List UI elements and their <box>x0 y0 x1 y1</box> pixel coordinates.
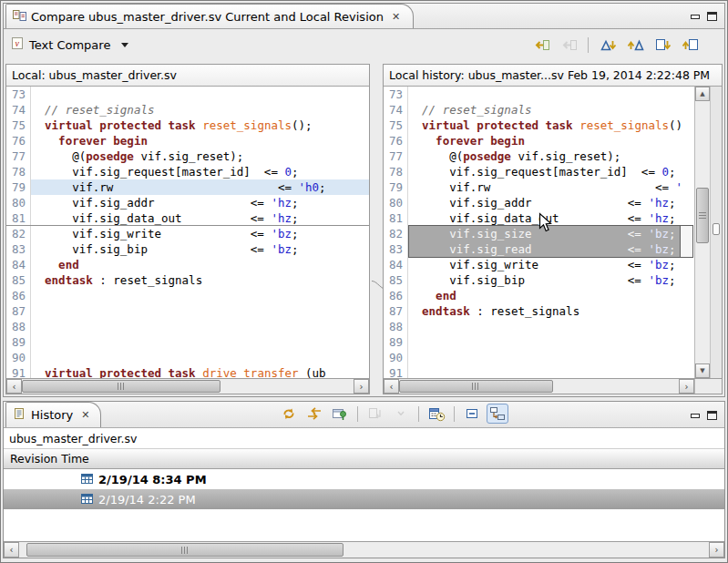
history-line-number-ruler: 73747576777879808182838485868788899091 <box>384 87 408 378</box>
overview-ruler[interactable] <box>710 87 722 378</box>
code-line[interactable]: vif.rw <= 'h0; <box>408 179 681 195</box>
dropdown-chevron-icon <box>390 404 412 424</box>
copy-current-change-right-to-left-icon[interactable] <box>530 35 552 55</box>
line-number: 86 <box>6 288 26 303</box>
tab-close-icon[interactable]: ✕ <box>392 11 400 23</box>
compare-editor-tab[interactable]: Compare ubus_master_driver.sv Current an… <box>5 4 414 28</box>
overview-diff-marker[interactable] <box>713 223 720 235</box>
code-line[interactable]: virtual protected task reset_signals(); <box>408 118 681 133</box>
line-number: 76 <box>6 133 26 148</box>
history-view-part: History ✕ ubus_master_driver.sv Revision… <box>3 401 725 558</box>
editor-tabbar: Compare ubus_master_driver.sv Current an… <box>4 4 724 29</box>
code-line[interactable]: vif.sig_data_out <= 'hz; <box>31 210 369 226</box>
code-line[interactable]: virtual protected task drive_transfer (u… <box>31 365 369 378</box>
scroll-left-icon[interactable]: ‹ <box>384 379 399 394</box>
code-line[interactable]: vif.sig_data_out <= 'hz; <box>408 210 681 226</box>
vertical-scrollbar[interactable]: ▲ ▼ <box>694 87 710 378</box>
code-line[interactable] <box>31 303 369 319</box>
code-line[interactable]: vif.sig_addr <= 'hz; <box>408 195 681 210</box>
line-number: 89 <box>6 334 26 350</box>
code-line[interactable] <box>31 334 369 350</box>
code-line[interactable]: @(posedge vif.sig_reset); <box>31 148 369 164</box>
scrollbar-thumb[interactable] <box>399 380 553 393</box>
group-by-date-icon[interactable] <box>426 404 447 424</box>
line-number: 84 <box>384 257 403 272</box>
toolbar-separator <box>454 406 455 422</box>
scroll-right-icon[interactable]: › <box>709 542 724 558</box>
pin-view-icon[interactable] <box>329 404 351 424</box>
code-line[interactable] <box>408 334 681 350</box>
scroll-right-icon[interactable]: › <box>354 379 369 394</box>
code-line[interactable]: end <box>408 288 681 303</box>
toolbar-separator <box>357 406 358 422</box>
maximize-button[interactable] <box>707 411 717 420</box>
scroll-down-icon[interactable]: ▼ <box>695 363 710 378</box>
revision-row[interactable]: 2/19/14 8:34 PM <box>4 469 724 489</box>
code-line[interactable]: endtask : reset_signals <box>31 272 369 288</box>
revision-row[interactable]: 2/19/14 2:22 PM <box>4 489 724 509</box>
refresh-icon[interactable] <box>278 404 300 424</box>
code-line[interactable] <box>408 365 681 378</box>
code-line[interactable]: // reset_signals <box>408 102 681 118</box>
scrollbar-thumb[interactable] <box>26 543 343 557</box>
code-line[interactable]: vif.sig_bip <= 'bz; <box>31 241 369 257</box>
minimize-button[interactable] <box>691 15 700 19</box>
code-line[interactable]: vif.sig_request[master_id] <= 0; <box>408 164 681 179</box>
code-line[interactable]: vif.rw <= 'h0; <box>31 179 369 195</box>
code-line[interactable] <box>408 350 681 365</box>
viewer-mode-selector[interactable]: v Text Compare <box>11 36 128 53</box>
line-number: 80 <box>6 195 26 210</box>
history-code-area[interactable]: 73747576777879808182838485868788899091 /… <box>384 87 681 378</box>
scrollbar-thumb[interactable] <box>22 380 220 393</box>
maximize-button[interactable] <box>707 12 717 21</box>
code-line[interactable] <box>31 319 369 334</box>
tab-close-icon[interactable]: ✕ <box>81 409 89 421</box>
scroll-up-icon[interactable]: ▲ <box>695 87 710 101</box>
scroll-left-icon[interactable]: ‹ <box>6 379 22 394</box>
next-change-icon[interactable] <box>651 35 673 55</box>
line-number: 89 <box>384 334 403 350</box>
code-line[interactable]: @(posedge vif.sig_reset); <box>408 148 681 164</box>
line-number: 76 <box>384 133 403 148</box>
minimize-button[interactable] <box>691 414 700 418</box>
scroll-right-icon[interactable]: › <box>679 379 694 394</box>
history-horizontal-scrollbar[interactable]: ‹ › <box>384 379 694 394</box>
compare-mode-icon <box>364 404 386 424</box>
compare-mode-toggle-icon[interactable] <box>487 404 508 424</box>
code-line[interactable]: vif.sig_read <= 'bz; <box>408 241 681 257</box>
previous-difference-icon[interactable] <box>624 35 646 55</box>
history-bottom-scrollbar[interactable]: ‹ › <box>4 542 724 558</box>
code-line[interactable] <box>31 350 369 365</box>
code-line[interactable] <box>408 87 681 102</box>
link-with-editor-icon[interactable] <box>303 404 325 424</box>
code-line[interactable]: vif.sig_request[master_id] <= 0; <box>31 164 369 179</box>
previous-change-icon[interactable] <box>679 35 701 55</box>
history-pane-header: Local history: ubus_master...sv Feb 19, … <box>384 65 722 87</box>
code-line[interactable]: endtask : reset_signals <box>408 303 681 319</box>
next-difference-icon[interactable] <box>597 35 619 55</box>
code-line[interactable]: vif.sig_write <= 'bz; <box>408 257 681 272</box>
line-number: 74 <box>384 102 403 118</box>
code-line[interactable]: vif.sig_addr <= 'hz; <box>31 195 369 210</box>
history-view-tab[interactable]: History ✕ <box>5 402 101 427</box>
compare-editor-icon <box>13 9 26 25</box>
code-line[interactable]: forever begin <box>408 133 681 148</box>
local-code-area[interactable]: 73747576777879808182838485868788899091 /… <box>6 87 369 378</box>
viewer-dropdown-arrow-icon[interactable] <box>121 43 128 47</box>
revision-time-column-header[interactable]: Revision Time <box>4 449 724 469</box>
scroll-left-icon[interactable]: ‹ <box>4 542 19 558</box>
code-line[interactable]: virtual protected task reset_signals(); <box>31 118 369 133</box>
code-line[interactable] <box>31 87 369 102</box>
code-line[interactable] <box>408 319 681 334</box>
collapse-all-icon[interactable] <box>461 404 483 424</box>
code-line[interactable]: // reset_signals <box>31 102 369 118</box>
code-line[interactable]: vif.sig_size <= 'bz; <box>408 226 681 241</box>
code-line[interactable]: end <box>31 257 369 272</box>
code-line[interactable] <box>31 288 369 303</box>
code-line[interactable]: forever begin <box>31 133 369 148</box>
scrollbar-thumb[interactable] <box>696 188 709 242</box>
code-line[interactable]: vif.sig_write <= 'bz; <box>31 226 369 241</box>
code-line[interactable]: vif.sig_bip <= 'bz; <box>408 272 681 288</box>
copy-all-right-to-left-icon <box>558 35 579 55</box>
local-horizontal-scrollbar[interactable]: ‹ › <box>6 379 369 394</box>
